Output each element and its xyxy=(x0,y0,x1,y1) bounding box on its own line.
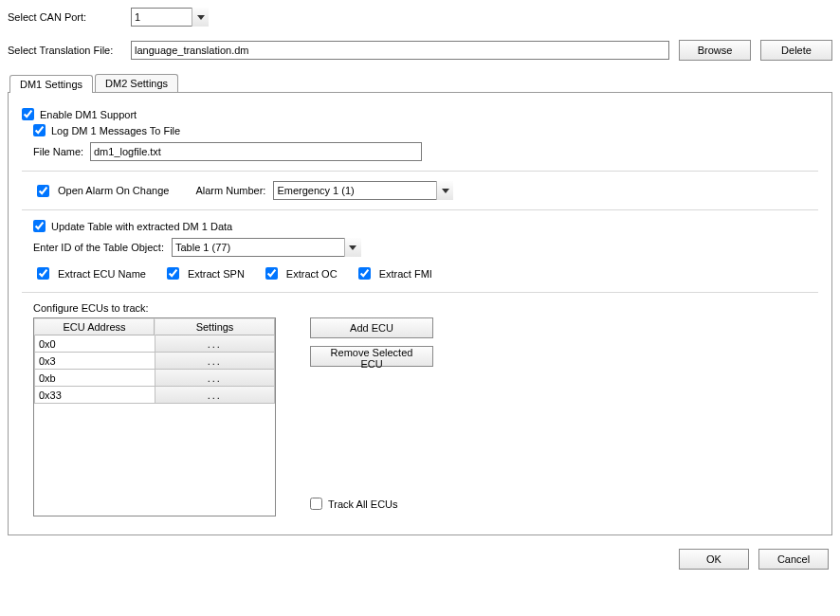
ecu-settings-button[interactable]: ... xyxy=(155,370,276,387)
translation-file-label: Select Translation File: xyxy=(8,45,131,56)
table-row[interactable]: 0xb... xyxy=(34,370,275,387)
ecu-settings-button[interactable]: ... xyxy=(155,353,276,370)
track-all-ecus-label: Track All ECUs xyxy=(328,498,398,510)
table-id-select[interactable]: Table 1 (77) xyxy=(172,238,361,257)
tab-panel-dm1: Enable DM1 Support Log DM 1 Messages To … xyxy=(8,92,832,535)
alarm-number-select[interactable]: Emergency 1 (1) xyxy=(273,181,453,200)
ecu-settings-button[interactable]: ... xyxy=(155,387,276,404)
open-alarm-checkbox[interactable] xyxy=(37,185,49,197)
ecu-col-settings[interactable]: Settings xyxy=(155,318,275,335)
table-id-label: Enter ID of the Table Object: xyxy=(33,242,168,253)
file-name-label: File Name: xyxy=(33,146,90,157)
update-table-checkbox[interactable] xyxy=(33,220,46,232)
extract-fmi-label: Extract FMI xyxy=(379,268,432,280)
alarm-number-label: Alarm Number: xyxy=(195,185,269,196)
table-row[interactable]: 0x3... xyxy=(34,353,275,370)
alarm-number-select-wrap: Emergency 1 (1) xyxy=(273,181,453,200)
table-row[interactable]: 0x33... xyxy=(34,387,275,404)
ecu-address-cell[interactable]: 0x0 xyxy=(34,335,155,353)
ecu-col-address[interactable]: ECU Address xyxy=(34,318,155,335)
extract-oc-label: Extract OC xyxy=(286,268,338,280)
ok-button[interactable]: OK xyxy=(679,549,749,570)
can-port-label: Select CAN Port: xyxy=(8,11,131,23)
log-dm1-checkbox[interactable] xyxy=(33,124,46,136)
tab-dm1-settings[interactable]: DM1 Settings xyxy=(9,75,93,93)
extract-spn-label: Extract SPN xyxy=(188,268,245,280)
browse-button[interactable]: Browse xyxy=(679,40,751,61)
track-all-ecus-checkbox[interactable] xyxy=(310,498,322,510)
ecu-settings-button[interactable]: ... xyxy=(155,335,276,353)
can-port-select[interactable]: 1 xyxy=(131,8,209,27)
extract-spn-checkbox[interactable] xyxy=(167,267,179,280)
add-ecu-button[interactable]: Add ECU xyxy=(310,317,433,338)
remove-ecu-button[interactable]: Remove Selected ECU xyxy=(310,346,433,367)
cancel-button[interactable]: Cancel xyxy=(758,549,829,570)
ecu-address-cell[interactable]: 0x3 xyxy=(34,353,155,370)
enable-dm1-label: Enable DM1 Support xyxy=(40,109,137,120)
configure-ecus-label: Configure ECUs to track: xyxy=(33,302,818,314)
file-name-input[interactable] xyxy=(90,142,422,161)
update-table-label: Update Table with extracted DM 1 Data xyxy=(51,221,232,232)
ecu-address-cell[interactable]: 0xb xyxy=(34,370,155,387)
extract-oc-checkbox[interactable] xyxy=(265,267,278,280)
extract-fmi-checkbox[interactable] xyxy=(358,267,371,280)
delete-button[interactable]: Delete xyxy=(760,40,832,61)
open-alarm-label: Open Alarm On Change xyxy=(58,185,169,196)
table-row[interactable]: 0x0... xyxy=(34,335,275,353)
tab-dm2-settings[interactable]: DM2 Settings xyxy=(95,74,178,92)
ecu-table: ECU Address Settings 0x0...0x3...0xb...0… xyxy=(33,317,276,516)
extract-ecu-checkbox[interactable] xyxy=(37,267,49,280)
extract-ecu-label: Extract ECU Name xyxy=(58,268,146,280)
translation-file-input[interactable] xyxy=(131,41,669,60)
ecu-address-cell[interactable]: 0x33 xyxy=(34,387,155,404)
table-id-select-wrap: Table 1 (77) xyxy=(172,238,361,257)
can-port-select-wrap: 1 xyxy=(131,8,209,27)
enable-dm1-checkbox[interactable] xyxy=(22,108,34,120)
log-dm1-label: Log DM 1 Messages To File xyxy=(51,125,180,136)
